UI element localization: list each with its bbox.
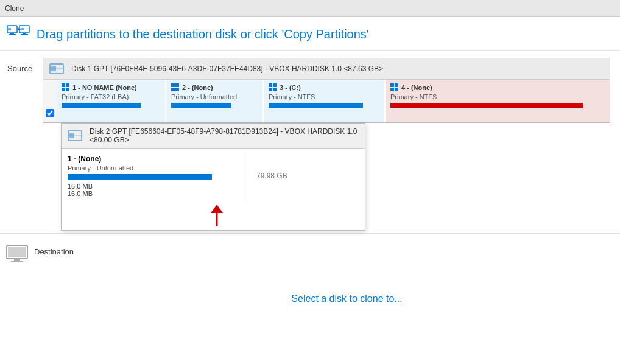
windows-logo-p3 — [269, 83, 277, 92]
select-disk-to-clone-link[interactable]: Select a disk to clone to... — [291, 293, 402, 304]
windows-logo-p2 — [171, 83, 180, 92]
header: Drag partitions to the destination disk … — [0, 17, 620, 51]
svg-rect-3 — [8, 28, 11, 30]
partition-4-bar — [390, 103, 583, 108]
svg-rect-24 — [390, 83, 394, 87]
disk2-p1-size2: 16.0 MB — [68, 190, 238, 197]
disk2-p1-label: 1 - (None) — [68, 155, 238, 163]
partition-4: 4 - (None) Primary - NTFS — [386, 80, 610, 122]
title-bar-text: Clone — [5, 4, 24, 13]
svg-rect-14 — [62, 88, 65, 91]
partition-2-type: Primary - Unformatted — [171, 93, 258, 100]
destination-monitor-icon — [0, 240, 34, 265]
disk2-panel: Disk 2 GPT [FE656604-EF05-48F9-A798-8178… — [61, 123, 365, 231]
svg-rect-20 — [269, 83, 272, 87]
svg-rect-30 — [68, 135, 82, 136]
svg-rect-23 — [273, 88, 277, 91]
disk2-p1-size1: 16.0 MB — [68, 183, 238, 190]
svg-rect-26 — [390, 88, 394, 91]
source-label: Source — [0, 58, 43, 78]
disk1-title: Disk 1 GPT [76F0FB4E-5096-43E6-A3DF-07F3… — [71, 65, 383, 73]
partition-4-label: 4 - (None) — [390, 83, 605, 92]
svg-rect-5 — [23, 33, 26, 34]
disk1-checkbox[interactable] — [46, 109, 54, 117]
partition-2: 2 - (None) Primary - Unformatted — [166, 80, 264, 122]
partition-1-label: 1 - NO NAME (None) — [62, 83, 160, 92]
svg-rect-36 — [11, 261, 23, 262]
svg-rect-6 — [21, 34, 28, 35]
disk2-icon — [68, 129, 85, 142]
disk2-header: Disk 2 GPT [FE656604-EF05-48F9-A798-8178… — [62, 124, 365, 149]
disk1-panel: Disk 1 GPT [76F0FB4E-5096-43E6-A3DF-07F3… — [43, 58, 610, 123]
svg-marker-32 — [211, 205, 223, 213]
partition-3: 3 - (C:) Primary - NTFS — [264, 80, 386, 122]
disk2-title: Disk 2 GPT [FE656604-EF05-48F9-A798-8178… — [90, 127, 359, 144]
partition-2-label: 2 - (None) — [171, 83, 258, 92]
svg-rect-16 — [171, 83, 175, 87]
header-title: Drag partitions to the destination disk … — [37, 27, 369, 41]
disk2-partition-1: 1 - (None) Primary - Unformatted 16.0 MB… — [62, 151, 244, 201]
svg-rect-25 — [395, 83, 398, 87]
partition-2-bar — [171, 103, 231, 108]
svg-rect-15 — [66, 88, 69, 91]
svg-rect-21 — [273, 83, 277, 87]
arrow-container — [62, 203, 365, 230]
svg-rect-12 — [62, 83, 65, 87]
svg-rect-35 — [14, 259, 20, 261]
disk1-header: Disk 1 GPT [76F0FB4E-5096-43E6-A3DF-07F3… — [43, 58, 610, 80]
disk1-partitions: 1 - NO NAME (None) Primary - FAT32 (LBA) — [57, 80, 610, 122]
disk1-checkbox-cell — [43, 80, 57, 122]
partition-1-bar — [62, 103, 141, 108]
svg-rect-19 — [175, 88, 179, 91]
disk2-p1-type: Primary - Unformatted — [68, 164, 238, 172]
disk2-free-space: 79.98 GB — [244, 151, 300, 201]
partition-4-type: Primary - NTFS — [390, 93, 605, 100]
svg-rect-27 — [395, 88, 398, 91]
source-section: Source Disk 1 GPT [76F0FB4E-5096-43E6-A3… — [0, 53, 620, 233]
disk2-p1-bar — [68, 174, 212, 180]
destination-label: Destination — [34, 240, 74, 256]
svg-rect-18 — [171, 88, 175, 91]
svg-rect-2 — [9, 34, 16, 35]
up-arrow — [208, 205, 226, 229]
title-bar: Clone — [0, 0, 620, 17]
partition-1: 1 - NO NAME (None) Primary - FAT32 (LBA) — [57, 80, 166, 122]
partition-1-type: Primary - FAT32 (LBA) — [62, 93, 160, 100]
partition-3-type: Primary - NTFS — [269, 93, 379, 100]
destination-content: Select a disk to clone to... — [74, 234, 620, 364]
svg-rect-22 — [269, 88, 272, 91]
svg-rect-1 — [10, 33, 14, 34]
svg-rect-34 — [8, 247, 26, 257]
svg-rect-7 — [21, 28, 24, 30]
main-content: Drag partitions to the destination disk … — [0, 17, 620, 364]
destination-section: Destination Select a disk to clone to... — [0, 233, 620, 364]
partition-3-bar — [269, 103, 363, 108]
svg-rect-11 — [50, 68, 63, 69]
disk1-icon — [49, 62, 66, 75]
clone-icon — [6, 24, 30, 44]
svg-rect-13 — [66, 83, 69, 87]
windows-logo-p4 — [390, 83, 399, 92]
svg-rect-17 — [175, 83, 179, 87]
windows-logo-p1 — [62, 83, 70, 92]
partition-3-label: 3 - (C:) — [269, 83, 379, 92]
